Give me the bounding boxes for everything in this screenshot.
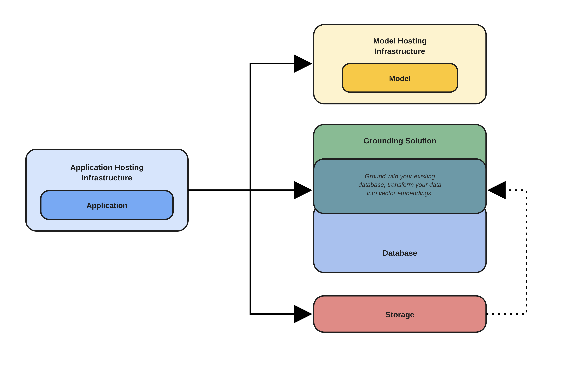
overlap-caption-l2: database, transform your data [358, 181, 441, 188]
grounding-title: Grounding Solution [363, 136, 436, 145]
app-hosting-title-l1: Application Hosting [70, 163, 144, 172]
model-label: Model [389, 74, 411, 83]
arrow-storage-to-grounding-dashed [486, 190, 526, 314]
overlap-caption-l3: into vector embeddings. [367, 190, 433, 197]
architecture-diagram: Application Hosting Infrastructure Appli… [0, 0, 588, 375]
overlap-caption-l1: Ground with your existing [365, 173, 435, 180]
arrow-app-to-model [250, 64, 310, 190]
arrow-app-to-storage [250, 190, 310, 314]
storage-box: Storage [314, 296, 486, 332]
application-label: Application [86, 201, 127, 210]
app-hosting-box: Application Hosting Infrastructure Appli… [26, 149, 188, 231]
application-box: Application [41, 191, 173, 219]
grounding-database-overlap: Ground with your existing database, tran… [314, 159, 486, 213]
storage-title: Storage [385, 310, 414, 319]
model-hosting-title-l2: Infrastructure [375, 47, 425, 55]
model-box: Model [342, 64, 458, 92]
model-hosting-box: Model Hosting Infrastructure Model [314, 25, 486, 104]
model-hosting-title-l1: Model Hosting [373, 36, 427, 45]
app-hosting-title-l2: Infrastructure [82, 173, 132, 182]
database-title: Database [383, 249, 417, 257]
